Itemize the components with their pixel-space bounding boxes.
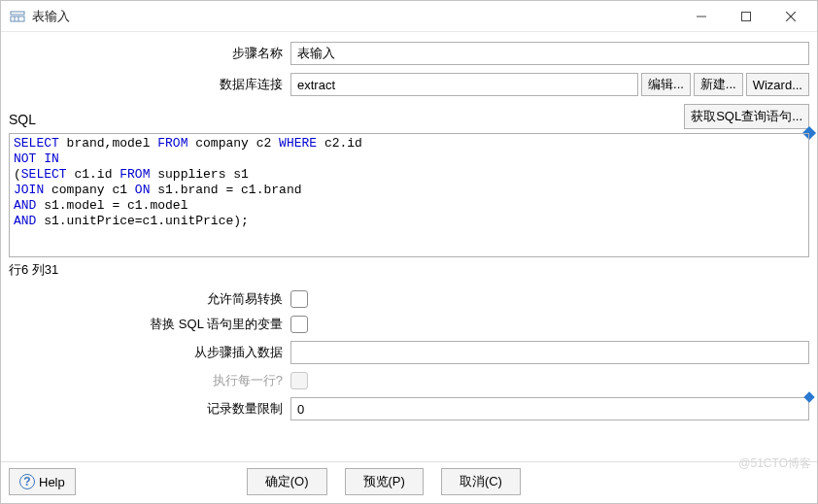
replace-vars-label: 替换 SQL 语句里的变量: [9, 316, 290, 333]
help-label: Help: [39, 475, 65, 489]
edit-connection-button[interactable]: 编辑...: [641, 73, 691, 96]
lazy-conversion-label: 允许简易转换: [9, 290, 290, 308]
step-name-label: 步骤名称: [9, 45, 290, 62]
bottom-bar: ? Help 确定(O) 预览(P) 取消(C): [1, 461, 817, 503]
new-connection-button[interactable]: 新建...: [694, 73, 743, 96]
cancel-button[interactable]: 取消(C): [441, 468, 521, 495]
db-connection-label: 数据库连接: [9, 76, 290, 93]
cursor-status: 行6 列31: [9, 261, 809, 279]
record-limit-label: 记录数量限制: [9, 400, 290, 418]
row-lazy-conversion: 允许简易转换: [9, 290, 809, 308]
row-record-limit: 记录数量限制: [9, 397, 809, 420]
record-limit-input[interactable]: [290, 397, 809, 420]
replace-vars-checkbox[interactable]: [290, 316, 308, 333]
row-step-name: 步骤名称: [9, 42, 809, 65]
close-button[interactable]: [768, 2, 813, 31]
preview-button[interactable]: 预览(P): [345, 468, 424, 495]
exec-each-row-label: 执行每一行?: [9, 372, 290, 389]
row-exec-each-row: 执行每一行?: [9, 372, 809, 389]
get-sql-button[interactable]: 获取SQL查询语句...: [684, 104, 809, 129]
content-area: 步骤名称 数据库连接 编辑... 新建... Wizard... SQL 获取S…: [1, 32, 817, 461]
sql-editor-wrap: SELECT brand,model FROM company c2 WHERE…: [9, 133, 809, 257]
watermark: @51CTO博客: [738, 455, 811, 472]
svg-rect-5: [742, 12, 751, 20]
row-db-connection: 数据库连接 编辑... 新建... Wizard...: [9, 73, 809, 96]
row-insert-from-step: 从步骤插入数据: [9, 341, 809, 364]
window-title: 表输入: [32, 8, 70, 25]
step-name-input[interactable]: [290, 42, 809, 65]
help-icon: ?: [19, 474, 35, 489]
db-connection-input[interactable]: [290, 73, 638, 96]
sql-editor[interactable]: SELECT brand,model FROM company c2 WHERE…: [9, 133, 809, 257]
titlebar: 表输入: [1, 1, 817, 32]
ok-button[interactable]: 确定(O): [247, 468, 327, 495]
insert-from-step-label: 从步骤插入数据: [9, 344, 290, 361]
app-icon: [9, 8, 26, 25]
svg-rect-1: [11, 17, 24, 21]
maximize-button[interactable]: [724, 2, 768, 31]
help-button[interactable]: ? Help: [9, 468, 76, 495]
exec-each-row-checkbox: [290, 372, 308, 389]
wizard-connection-button[interactable]: Wizard...: [746, 73, 809, 96]
insert-from-step-input[interactable]: [290, 341, 809, 364]
svg-rect-0: [11, 12, 24, 15]
minimize-button[interactable]: [679, 2, 724, 31]
row-replace-vars: 替换 SQL 语句里的变量: [9, 316, 809, 333]
dialog-window: 表输入 步骤名称 数据库连接 编辑... 新建... Wizard... SQ: [0, 0, 818, 504]
sql-label: SQL: [9, 112, 36, 129]
sql-header: SQL 获取SQL查询语句...: [9, 104, 809, 129]
lazy-conversion-checkbox[interactable]: [290, 290, 308, 308]
